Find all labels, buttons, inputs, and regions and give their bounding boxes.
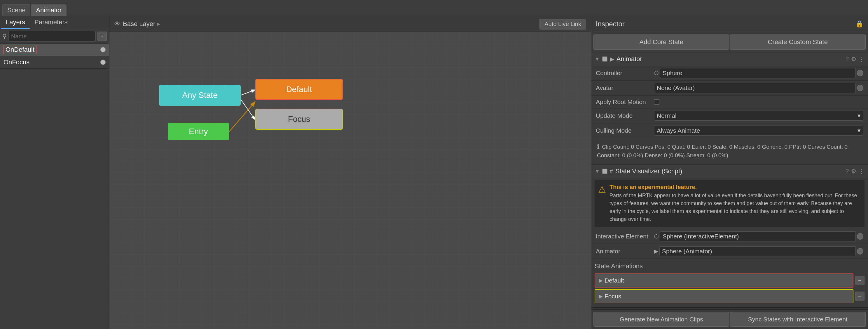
state-visualizer-help-icon[interactable]: ? xyxy=(845,168,849,175)
anim-focus-arrow: ▶ xyxy=(599,293,603,300)
prop-update-mode: Update Mode Normal ▾ xyxy=(591,108,868,123)
anim-item-focus: ▶ Focus − xyxy=(595,289,865,303)
state-visualizer-settings-icon[interactable]: ⚙ xyxy=(851,168,856,175)
svg-line-1 xyxy=(241,99,255,119)
prop-ie-circle[interactable] xyxy=(857,233,863,240)
clip-info-text: Clip Count: 0 Curves Pos: 0 Quat: 0 Eule… xyxy=(597,144,847,158)
tab-layers[interactable]: Layers xyxy=(1,16,30,29)
layer-item-ondefault[interactable]: OnDefault xyxy=(0,44,109,56)
inspector-panel: Inspector 🔒 Add Core State Create Custom… xyxy=(591,16,868,329)
layer-list: OnDefault OnFocus xyxy=(0,44,109,329)
prop-controller-value: ⬡ Sphere xyxy=(654,68,863,78)
tab-parameters[interactable]: Parameters xyxy=(30,16,72,29)
animator-section-icon: ▶ xyxy=(610,56,614,62)
sphere-icon: ⬡ xyxy=(654,70,659,76)
state-entry[interactable]: Entry xyxy=(168,123,229,140)
prop-animator: Animator ▶ Sphere (Animator) xyxy=(591,244,868,259)
prop-root-motion-value xyxy=(654,99,863,105)
tab-animator[interactable]: Animator xyxy=(31,4,66,16)
prop-animator-label: Animator xyxy=(596,248,654,255)
create-custom-state-button[interactable]: Create Custom State xyxy=(730,34,866,50)
canvas-svg xyxy=(110,32,591,329)
state-default[interactable]: Default xyxy=(255,79,343,100)
anim-box-default[interactable]: ▶ Default xyxy=(595,273,854,287)
inspector-header: Inspector 🔒 xyxy=(591,16,868,32)
update-mode-select[interactable]: Normal ▾ xyxy=(654,111,863,121)
layer-item-onfocus[interactable]: OnFocus xyxy=(0,56,109,68)
layer-circle-onfocus xyxy=(100,60,105,65)
warning-box: ⚠ This is an experimental feature. Parts… xyxy=(595,180,865,227)
generate-animation-clips-button[interactable]: Generate New Animation Clips xyxy=(593,312,730,327)
left-panel: Layers Parameters ⚲ + OnDefault OnFocus xyxy=(0,16,110,329)
state-visualizer-title: State Visualizer (Script) xyxy=(615,167,843,175)
select-arrow-icon: ▾ xyxy=(858,112,861,119)
anim-box-focus[interactable]: ▶ Focus xyxy=(595,289,854,303)
eye-icon[interactable]: 👁 xyxy=(114,20,121,28)
prop-ie-label: Interactive Element xyxy=(596,233,654,240)
select-arrow-icon-2: ▾ xyxy=(858,127,861,134)
prop-animator-text: Sphere (Animator) xyxy=(659,246,856,256)
section-enabled-checkbox[interactable] xyxy=(602,56,608,62)
culling-mode-select[interactable]: Always Animate ▾ xyxy=(654,126,863,136)
state-visualizer-actions: ? ⚙ ⋮ xyxy=(845,168,865,175)
state-any[interactable]: Any State xyxy=(159,85,241,106)
warning-text: Parts of the MRTK appear to have a lot o… xyxy=(610,192,861,223)
warning-icon: ⚠ xyxy=(598,184,606,223)
state-focus[interactable]: Focus xyxy=(255,109,343,130)
inspector-icons: 🔒 xyxy=(856,20,863,28)
anim-default-arrow: ▶ xyxy=(599,277,603,284)
add-layer-button[interactable]: + xyxy=(97,32,107,41)
prop-animator-circle[interactable] xyxy=(857,248,863,254)
anim-focus-minus[interactable]: − xyxy=(855,292,865,301)
prop-update-mode-label: Update Mode xyxy=(596,112,654,119)
auto-live-link-button[interactable]: Auto Live Link xyxy=(539,19,586,29)
anim-default-minus[interactable]: − xyxy=(855,276,865,285)
state-animations-title: State Animations xyxy=(595,261,865,271)
section-collapse-icon: ▼ xyxy=(595,56,600,62)
prop-avatar: Avatar None (Avatar) xyxy=(591,81,868,95)
add-core-state-button[interactable]: Add Core State xyxy=(593,34,730,50)
prop-interactive-element: Interactive Element ⬡ Sphere (Interactiv… xyxy=(591,229,868,244)
animator-canvas[interactable]: Any State Entry Default Focus xyxy=(110,32,591,329)
clip-info-box: ℹ Clip Count: 0 Curves Pos: 0 Quat: 0 Eu… xyxy=(595,140,865,162)
overflow-icon[interactable]: ⋮ xyxy=(859,56,865,62)
prop-avatar-label: Avatar xyxy=(596,84,654,91)
breadcrumb: Base Layer ▸ xyxy=(123,20,537,28)
prop-avatar-value: None (Avatar) xyxy=(654,83,863,93)
layer-circle-ondefault xyxy=(100,47,105,52)
state-visualizer-overflow-icon[interactable]: ⋮ xyxy=(859,168,865,175)
prop-ie-value: ⬡ Sphere (InteractiveElement) xyxy=(654,231,863,241)
animator-section-title: Animator xyxy=(617,55,843,63)
bottom-buttons: Generate New Animation Clips Sync States… xyxy=(591,309,868,329)
prop-root-motion: Apply Root Motion xyxy=(591,95,868,108)
state-visualizer-collapse-icon: ▼ xyxy=(595,168,600,174)
inspector-title: Inspector xyxy=(596,20,853,28)
tab-scene[interactable]: Scene xyxy=(2,4,30,16)
search-input[interactable] xyxy=(8,31,96,42)
prop-animator-value: ▶ Sphere (Animator) xyxy=(654,246,863,256)
prop-controller-circle[interactable] xyxy=(857,70,863,76)
action-buttons: Add Core State Create Custom State xyxy=(591,32,868,52)
root-motion-checkbox[interactable] xyxy=(654,99,659,105)
animator-section-header[interactable]: ▼ ▶ Animator ? ⚙ ⋮ xyxy=(591,52,868,66)
prop-culling-mode-label: Culling Mode xyxy=(596,127,654,134)
prop-avatar-circle[interactable] xyxy=(857,85,863,91)
state-visualizer-section: ▼ # State Visualizer (Script) ? ⚙ ⋮ ⚠ Th… xyxy=(591,165,868,308)
prop-culling-mode-value: Always Animate ▾ xyxy=(654,126,863,136)
help-icon[interactable]: ? xyxy=(845,56,849,62)
search-icon: ⚲ xyxy=(2,33,7,40)
left-tabs: Layers Parameters xyxy=(0,16,109,29)
settings-icon[interactable]: ⚙ xyxy=(851,56,856,62)
svg-line-2 xyxy=(229,102,255,132)
prop-avatar-text: None (Avatar) xyxy=(654,83,856,93)
prop-update-mode-value: Normal ▾ xyxy=(654,111,863,121)
warning-content: This is an experimental feature. Parts o… xyxy=(610,184,861,223)
prop-culling-mode: Culling Mode Always Animate ▾ xyxy=(591,123,868,138)
state-visualizer-header[interactable]: ▼ # State Visualizer (Script) ? ⚙ ⋮ xyxy=(591,165,868,178)
prop-controller-text: Sphere xyxy=(660,68,856,78)
sync-states-button[interactable]: Sync States with Interactive Element xyxy=(730,312,866,327)
lock-icon[interactable]: 🔒 xyxy=(856,20,863,28)
state-visualizer-checkbox[interactable] xyxy=(602,169,608,174)
info-icon: ℹ xyxy=(597,143,599,150)
animator-section: ▼ ▶ Animator ? ⚙ ⋮ Controller ⬡ Sphere xyxy=(591,52,868,165)
